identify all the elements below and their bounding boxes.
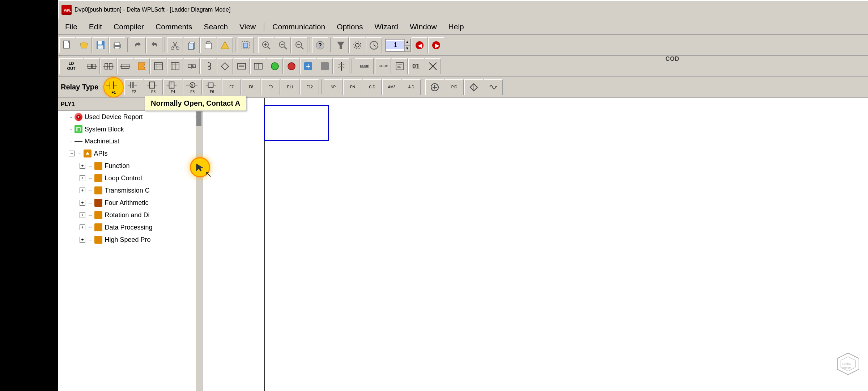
nav-left-button[interactable]: ◀ (412, 37, 427, 53)
tb2-btn2[interactable] (84, 58, 100, 74)
tree-item-transmission[interactable]: + ····· Transmission C (58, 184, 202, 197)
scrollbar-thumb[interactable] (196, 112, 201, 126)
tb2-btn14[interactable] (284, 58, 299, 74)
help-button[interactable]: ? (312, 37, 328, 53)
tb2-btn4[interactable] (117, 58, 133, 74)
relay-f6-button[interactable]: F6 (203, 79, 221, 95)
menu-file[interactable]: File (59, 21, 83, 33)
tb2-btn16[interactable] (317, 58, 333, 74)
menu-window[interactable]: Window (404, 21, 443, 33)
relay-extra1-button[interactable] (464, 79, 483, 95)
tree-item-high-speed[interactable]: + ····· High Speed Pro (58, 234, 202, 246)
tb2-ladder-button[interactable]: CODE (375, 58, 391, 74)
new-file-button[interactable] (59, 37, 75, 53)
tree-item-loop-control[interactable]: + ····· Loop Control (58, 172, 202, 184)
tb2-btn17[interactable] (333, 58, 349, 74)
tree-item-machinelist[interactable]: ··· MachineList (58, 135, 202, 147)
save-button[interactable] (93, 37, 109, 53)
relay-pid-button[interactable]: PID (445, 79, 464, 95)
tb2-extra1[interactable] (425, 58, 441, 74)
tree-item-system-block[interactable]: ··· System Block (58, 123, 202, 135)
data-proc-expander[interactable]: + (80, 224, 85, 230)
tb2-btn15[interactable] (300, 58, 316, 74)
loop-control-expander[interactable]: + (80, 175, 85, 181)
function-expander[interactable]: + (80, 163, 85, 169)
tb2-btn12[interactable] (250, 58, 266, 74)
clock-button[interactable] (366, 37, 382, 53)
relay-ad-button[interactable]: A·D (402, 79, 421, 95)
zoom-fit-button[interactable] (275, 37, 291, 53)
relay-pn-button[interactable]: PN (343, 79, 362, 95)
relay-f3-button[interactable]: F3 (144, 79, 163, 95)
counter-down[interactable]: ▼ (404, 45, 410, 52)
relay-f2-button[interactable]: F2 (124, 79, 143, 95)
menu-view[interactable]: View (234, 21, 261, 33)
zoom-in-button[interactable] (258, 37, 274, 53)
menu-search[interactable]: Search (198, 21, 234, 33)
cut-button[interactable] (167, 37, 183, 53)
filter-button[interactable] (333, 37, 349, 53)
relay-f9-button[interactable]: F9 (261, 79, 280, 95)
menu-edit[interactable]: Edit (83, 21, 108, 33)
relay-f12-button[interactable]: F12 (300, 79, 319, 95)
relay-np-button[interactable]: NP (324, 79, 342, 95)
tree-item-rotation[interactable]: + ····· Rotation and Di (58, 209, 202, 221)
ld-out-button[interactable]: LD OUT (59, 58, 83, 74)
zoom-out-button[interactable] (292, 37, 307, 53)
tb2-btn13[interactable] (267, 58, 283, 74)
tb2-num-button[interactable]: 01 (408, 58, 424, 74)
tb2-btn7[interactable] (167, 58, 183, 74)
relay-f8-button[interactable]: F8 (242, 79, 260, 95)
open-file-button[interactable] (76, 37, 92, 53)
relay-f1-button[interactable]: F1 (103, 77, 124, 97)
transmission-expander[interactable]: + (80, 188, 85, 193)
tb2-btn5[interactable] (134, 58, 150, 74)
menu-compiler[interactable]: Compiler (108, 21, 150, 33)
relay-wave-button[interactable] (484, 79, 503, 95)
rotation-expander[interactable]: + (80, 212, 85, 218)
select-button[interactable] (238, 37, 254, 53)
menu-wizard[interactable]: Wizard (369, 21, 404, 33)
menu-comments[interactable]: Comments (150, 21, 198, 33)
redo-button[interactable] (146, 37, 162, 53)
relay-f11-button[interactable]: F11 (281, 79, 299, 95)
counter-input[interactable] (386, 41, 404, 49)
relay-circle-button[interactable] (425, 79, 444, 95)
nav-right-button[interactable]: ▶ (428, 37, 444, 53)
selection-box[interactable] (264, 105, 329, 141)
menu-options[interactable]: Options (331, 21, 369, 33)
tree-item-used-device[interactable]: ··· Used Device Report ▼ (58, 111, 202, 123)
menu-communication[interactable]: Communication (267, 21, 331, 33)
tree-item-apis[interactable]: − ····· APIs (58, 147, 202, 160)
code-view-button[interactable]: CODE (355, 58, 374, 74)
tree-item-data-processing[interactable]: + ····· Data Processing (58, 221, 202, 234)
high-speed-expander[interactable]: + (80, 237, 85, 243)
copy-button[interactable] (184, 37, 200, 53)
tb2-compile-button[interactable] (392, 58, 408, 74)
settings-button[interactable] (349, 37, 365, 53)
apis-expander[interactable]: − (69, 151, 75, 156)
paste-button[interactable] (200, 37, 216, 53)
relay-f5-button[interactable]: S F5 (183, 79, 202, 95)
sidebar-scrollbar[interactable] (196, 111, 202, 391)
relay-am3-button[interactable]: AM3 (382, 79, 401, 95)
tree-item-function[interactable]: + ····· Function (58, 160, 202, 172)
tb2-btn3[interactable] (101, 58, 116, 74)
counter-container: ▲ ▼ (386, 39, 411, 52)
four-arith-expander[interactable]: + (80, 200, 85, 206)
counter-up[interactable]: ▲ (404, 39, 410, 45)
relay-f7-button[interactable]: F7 (222, 79, 241, 95)
tb2-btn8[interactable] (184, 58, 200, 74)
tb2-btn11[interactable] (234, 58, 250, 74)
print-button[interactable] (109, 37, 125, 53)
menu-help[interactable]: Help (443, 21, 470, 33)
relay-f4-button[interactable]: F4 (163, 79, 182, 95)
tb2-btn9[interactable] (200, 58, 216, 74)
relay-cd-button[interactable]: C·D (363, 79, 382, 95)
tb2-btn10[interactable] (217, 58, 233, 74)
tb2-btn6[interactable] (150, 58, 166, 74)
svg-rect-19 (207, 42, 210, 44)
tree-item-four-arithmetic[interactable]: + ····· Four Arithmetic (58, 197, 202, 209)
undo-button[interactable] (130, 37, 146, 53)
format-button[interactable] (217, 37, 233, 53)
